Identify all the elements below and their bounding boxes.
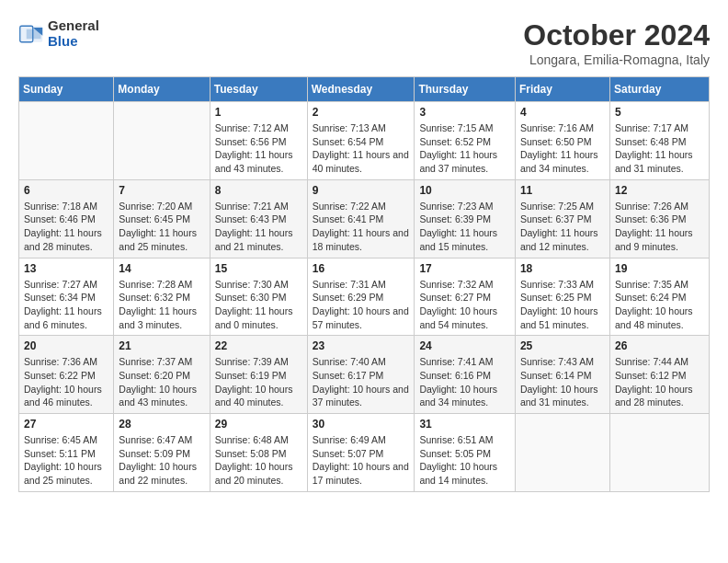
day-number: 28 xyxy=(119,418,204,431)
calendar-cell: 24Sunrise: 7:41 AMSunset: 6:16 PMDayligh… xyxy=(415,336,516,414)
day-number: 5 xyxy=(615,106,704,119)
calendar-cell: 31Sunrise: 6:51 AMSunset: 5:05 PMDayligh… xyxy=(415,414,516,492)
day-info: Sunrise: 6:45 AMSunset: 5:11 PMDaylight:… xyxy=(24,433,108,488)
calendar-cell: 30Sunrise: 6:49 AMSunset: 5:07 PMDayligh… xyxy=(307,414,415,492)
day-number: 27 xyxy=(24,418,108,431)
calendar-cell: 7Sunrise: 7:20 AMSunset: 6:45 PMDaylight… xyxy=(114,179,210,258)
day-info: Sunrise: 7:32 AMSunset: 6:27 PMDaylight:… xyxy=(419,278,510,332)
day-info: Sunrise: 7:16 AMSunset: 6:50 PMDaylight:… xyxy=(520,121,605,176)
day-number: 18 xyxy=(520,262,605,275)
day-number: 15 xyxy=(215,262,302,275)
calendar-table: SundayMondayTuesdayWednesdayThursdayFrid… xyxy=(18,76,710,492)
day-info: Sunrise: 7:37 AMSunset: 6:20 PMDaylight:… xyxy=(119,355,204,409)
day-number: 14 xyxy=(119,262,204,275)
day-info: Sunrise: 7:36 AMSunset: 6:22 PMDaylight:… xyxy=(24,355,108,409)
calendar-cell: 6Sunrise: 7:18 AMSunset: 6:46 PMDaylight… xyxy=(19,179,114,258)
calendar-cell: 16Sunrise: 7:31 AMSunset: 6:29 PMDayligh… xyxy=(307,258,415,336)
calendar-cell: 17Sunrise: 7:32 AMSunset: 6:27 PMDayligh… xyxy=(415,258,516,336)
weekday-header-sunday: Sunday xyxy=(19,77,114,102)
day-info: Sunrise: 7:31 AMSunset: 6:29 PMDaylight:… xyxy=(313,278,410,332)
calendar-cell: 2Sunrise: 7:13 AMSunset: 6:54 PMDaylight… xyxy=(307,102,415,180)
day-info: Sunrise: 7:12 AMSunset: 6:56 PMDaylight:… xyxy=(215,121,302,176)
calendar-cell: 19Sunrise: 7:35 AMSunset: 6:24 PMDayligh… xyxy=(609,258,709,336)
logo-icon xyxy=(18,21,44,47)
day-info: Sunrise: 6:48 AMSunset: 5:08 PMDaylight:… xyxy=(215,433,302,488)
day-number: 29 xyxy=(215,418,302,431)
day-info: Sunrise: 6:51 AMSunset: 5:05 PMDaylight:… xyxy=(419,433,510,488)
day-number: 30 xyxy=(313,418,410,431)
logo-blue: Blue xyxy=(48,34,99,50)
calendar-week-5: 27Sunrise: 6:45 AMSunset: 5:11 PMDayligh… xyxy=(19,414,710,492)
calendar-cell: 5Sunrise: 7:17 AMSunset: 6:48 PMDaylight… xyxy=(609,102,709,180)
calendar-cell: 3Sunrise: 7:15 AMSunset: 6:52 PMDaylight… xyxy=(415,102,516,180)
weekday-header-wednesday: Wednesday xyxy=(307,77,415,102)
day-number: 6 xyxy=(24,184,108,197)
day-info: Sunrise: 7:26 AMSunset: 6:36 PMDaylight:… xyxy=(615,200,704,254)
day-info: Sunrise: 7:39 AMSunset: 6:19 PMDaylight:… xyxy=(215,355,302,409)
calendar-cell xyxy=(19,102,114,180)
calendar-cell: 12Sunrise: 7:26 AMSunset: 6:36 PMDayligh… xyxy=(609,179,709,258)
day-info: Sunrise: 7:21 AMSunset: 6:43 PMDaylight:… xyxy=(215,200,302,254)
day-info: Sunrise: 7:22 AMSunset: 6:41 PMDaylight:… xyxy=(313,200,410,254)
calendar-cell: 8Sunrise: 7:21 AMSunset: 6:43 PMDaylight… xyxy=(210,179,307,258)
day-info: Sunrise: 7:44 AMSunset: 6:12 PMDaylight:… xyxy=(615,355,704,409)
weekday-header-monday: Monday xyxy=(114,77,210,102)
day-info: Sunrise: 7:33 AMSunset: 6:25 PMDaylight:… xyxy=(520,278,605,332)
calendar-cell: 10Sunrise: 7:23 AMSunset: 6:39 PMDayligh… xyxy=(415,179,516,258)
day-number: 7 xyxy=(119,184,204,197)
day-number: 23 xyxy=(313,339,410,352)
day-info: Sunrise: 7:15 AMSunset: 6:52 PMDaylight:… xyxy=(419,121,510,176)
day-info: Sunrise: 7:23 AMSunset: 6:39 PMDaylight:… xyxy=(419,200,510,254)
calendar-body: 1Sunrise: 7:12 AMSunset: 6:56 PMDaylight… xyxy=(19,102,710,492)
calendar-cell: 23Sunrise: 7:40 AMSunset: 6:17 PMDayligh… xyxy=(307,336,415,414)
day-info: Sunrise: 7:13 AMSunset: 6:54 PMDaylight:… xyxy=(313,121,410,176)
calendar-cell: 25Sunrise: 7:43 AMSunset: 6:14 PMDayligh… xyxy=(515,336,609,414)
day-number: 24 xyxy=(419,339,510,352)
weekday-header-tuesday: Tuesday xyxy=(210,77,307,102)
day-number: 1 xyxy=(215,106,302,119)
day-info: Sunrise: 7:17 AMSunset: 6:48 PMDaylight:… xyxy=(615,121,704,176)
day-info: Sunrise: 7:35 AMSunset: 6:24 PMDaylight:… xyxy=(615,278,704,332)
day-info: Sunrise: 7:27 AMSunset: 6:34 PMDaylight:… xyxy=(24,278,108,332)
day-number: 21 xyxy=(119,339,204,352)
weekday-header-friday: Friday xyxy=(515,77,609,102)
calendar-cell: 26Sunrise: 7:44 AMSunset: 6:12 PMDayligh… xyxy=(609,336,709,414)
weekday-header-thursday: Thursday xyxy=(415,77,516,102)
day-number: 4 xyxy=(520,106,605,119)
day-number: 12 xyxy=(615,184,704,197)
calendar-cell: 15Sunrise: 7:30 AMSunset: 6:30 PMDayligh… xyxy=(210,258,307,336)
day-number: 16 xyxy=(313,262,410,275)
title-block: October 2024 Longara, Emilia-Romagna, It… xyxy=(523,18,710,67)
day-info: Sunrise: 7:43 AMSunset: 6:14 PMDaylight:… xyxy=(520,355,605,409)
day-number: 26 xyxy=(615,339,704,352)
day-number: 13 xyxy=(24,262,108,275)
day-number: 3 xyxy=(419,106,510,119)
calendar-cell: 27Sunrise: 6:45 AMSunset: 5:11 PMDayligh… xyxy=(19,414,114,492)
logo-text: General Blue xyxy=(48,18,99,49)
day-info: Sunrise: 6:47 AMSunset: 5:09 PMDaylight:… xyxy=(119,433,204,488)
main-title: October 2024 xyxy=(523,18,710,52)
day-number: 11 xyxy=(520,184,605,197)
day-number: 20 xyxy=(24,339,108,352)
day-info: Sunrise: 7:25 AMSunset: 6:37 PMDaylight:… xyxy=(520,200,605,254)
calendar-cell xyxy=(515,414,609,492)
day-info: Sunrise: 6:49 AMSunset: 5:07 PMDaylight:… xyxy=(313,433,410,488)
calendar-cell: 18Sunrise: 7:33 AMSunset: 6:25 PMDayligh… xyxy=(515,258,609,336)
day-info: Sunrise: 7:40 AMSunset: 6:17 PMDaylight:… xyxy=(313,355,410,409)
page-header: General Blue October 2024 Longara, Emili… xyxy=(18,18,710,67)
logo: General Blue xyxy=(18,18,99,49)
day-info: Sunrise: 7:18 AMSunset: 6:46 PMDaylight:… xyxy=(24,200,108,254)
subtitle: Longara, Emilia-Romagna, Italy xyxy=(523,52,710,67)
day-info: Sunrise: 7:41 AMSunset: 6:16 PMDaylight:… xyxy=(419,355,510,409)
calendar-cell xyxy=(609,414,709,492)
day-number: 25 xyxy=(520,339,605,352)
calendar-cell: 22Sunrise: 7:39 AMSunset: 6:19 PMDayligh… xyxy=(210,336,307,414)
calendar-week-1: 1Sunrise: 7:12 AMSunset: 6:56 PMDaylight… xyxy=(19,102,710,180)
calendar-cell: 21Sunrise: 7:37 AMSunset: 6:20 PMDayligh… xyxy=(114,336,210,414)
day-number: 19 xyxy=(615,262,704,275)
logo-general: General xyxy=(48,18,99,34)
calendar-cell: 4Sunrise: 7:16 AMSunset: 6:50 PMDaylight… xyxy=(515,102,609,180)
calendar-week-2: 6Sunrise: 7:18 AMSunset: 6:46 PMDaylight… xyxy=(19,179,710,258)
day-number: 10 xyxy=(419,184,510,197)
day-info: Sunrise: 7:30 AMSunset: 6:30 PMDaylight:… xyxy=(215,278,302,332)
